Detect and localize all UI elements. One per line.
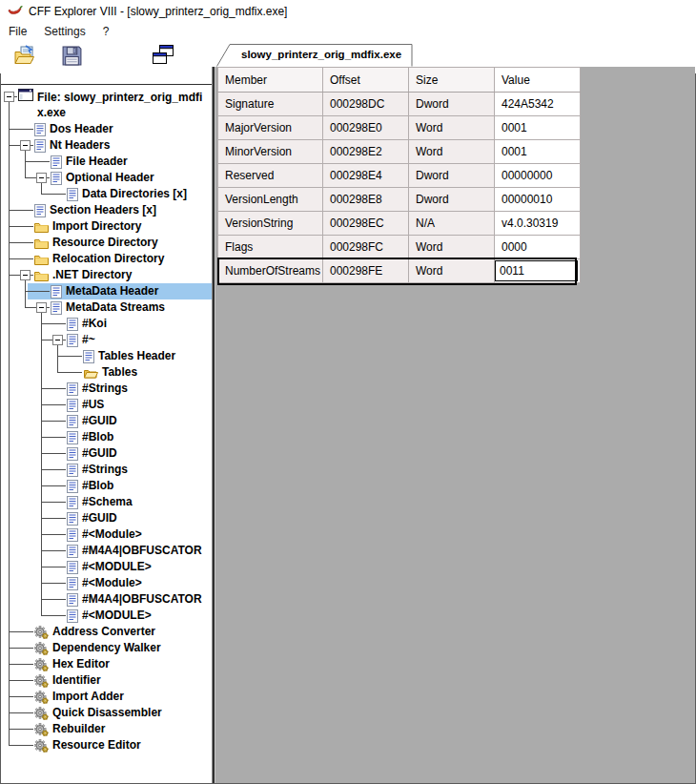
tree-item-section-headers-x[interactable]: Section Headers [x]: [1, 202, 212, 218]
tree-connector: [1, 608, 17, 624]
tree-item-m4a4-obfuscator[interactable]: #M4A4|OBFUSCATOR: [1, 543, 212, 559]
doc-icon: [51, 172, 62, 185]
tree-item-m4a4-obfuscator[interactable]: #M4A4|OBFUSCATOR: [1, 591, 212, 608]
tree-item-blob[interactable]: #Blob: [1, 429, 212, 445]
tree-item-label: .NET Directory: [49, 267, 132, 283]
tree-connector: [50, 608, 66, 624]
tree-connector: [50, 543, 66, 559]
tree-item-data-directories-x[interactable]: Data Directories [x]: [1, 186, 212, 202]
tree-connector: [17, 526, 33, 543]
menu-help[interactable]: ?: [94, 23, 118, 40]
tree-connector: [33, 575, 50, 591]
tree-item-[interactable]: #~: [1, 332, 212, 348]
tree-item-module[interactable]: #<Module>: [1, 575, 212, 591]
tree-item-tables-header[interactable]: Tables Header: [1, 348, 212, 364]
tree-connector: [1, 218, 17, 235]
app-window: CFF Explorer VIII - [slowy_printerz_orig…: [0, 0, 696, 784]
tree-collapse-toggle[interactable]: [1, 89, 17, 121]
doc-icon: [83, 350, 94, 363]
tree-connector: [50, 462, 66, 478]
tree-item-rebuilder[interactable]: Rebuilder: [1, 721, 212, 737]
value-edit-field[interactable]: 0011: [495, 260, 578, 281]
tree-item-guid[interactable]: #GUID: [1, 445, 212, 462]
tree-item-module[interactable]: #<MODULE>: [1, 608, 212, 624]
tree-item-koi[interactable]: #Koi: [1, 316, 212, 332]
tree-item-nt-headers[interactable]: Nt Headers: [1, 137, 212, 154]
doc-icon: [34, 204, 46, 217]
menu-settings[interactable]: Settings: [35, 23, 93, 40]
tree-item-label: Resource Directory: [49, 235, 158, 251]
tree-item-address-converter[interactable]: Address Converter: [1, 624, 212, 640]
tree-item-optional-header[interactable]: Optional Header: [1, 170, 212, 186]
tree-item-schema[interactable]: #Schema: [1, 494, 212, 510]
table-row-majorversion[interactable]: MajorVersion000298E0Word0001: [218, 116, 581, 140]
table-row-reserved[interactable]: Reserved000298E4Dword00000000: [218, 164, 581, 188]
tree-item-dos-header[interactable]: Dos Header: [1, 121, 212, 137]
tree-item-metadata-header[interactable]: MetaData Header: [1, 283, 212, 299]
tree-item-relocation-directory[interactable]: Relocation Directory: [1, 251, 212, 267]
cell-member: VersionString: [218, 212, 323, 236]
open-file-button[interactable]: [11, 44, 40, 71]
tree-item-label: Section Headers [x]: [46, 202, 156, 218]
column-header-member[interactable]: Member: [218, 68, 323, 93]
tree-connector: [1, 429, 17, 445]
tree-connector: [17, 672, 33, 689]
tree-item-module[interactable]: #<MODULE>: [1, 559, 212, 575]
tree-item-blob[interactable]: #Blob: [1, 478, 212, 494]
tree-item-label: #Schema: [78, 494, 133, 510]
cell-member: NumberOfStreams: [218, 259, 323, 283]
tree-item-metadata-streams[interactable]: MetaData Streams: [1, 299, 212, 316]
table-row-versionstring[interactable]: VersionString000298ECN/Av4.0.30319: [218, 212, 581, 236]
column-header-size[interactable]: Size: [409, 68, 495, 93]
doc-icon: [67, 188, 78, 201]
tree-item-file-header[interactable]: File Header: [1, 154, 212, 170]
tree-collapse-toggle[interactable]: [33, 299, 50, 316]
cell-value: 00000000: [495, 164, 581, 188]
menu-file[interactable]: File: [0, 23, 35, 40]
windows-button[interactable]: [149, 44, 177, 71]
tree-item-import-directory[interactable]: Import Directory: [1, 218, 212, 235]
tree-item-guid[interactable]: #GUID: [1, 413, 212, 429]
tree-collapse-toggle[interactable]: [33, 170, 50, 186]
column-header-value[interactable]: Value: [495, 68, 581, 93]
tree-item-module[interactable]: #<Module>: [1, 526, 212, 543]
tree-item-strings[interactable]: #Strings: [1, 381, 212, 397]
tree-collapse-toggle[interactable]: [50, 332, 66, 348]
tree-item-quick-disassembler[interactable]: Quick Disassembler: [1, 705, 212, 721]
tree-item-dependency-walker[interactable]: Dependency Walker: [1, 640, 212, 656]
tree-item-label: #Koi: [78, 316, 107, 332]
tree-item-tables[interactable]: Tables: [1, 364, 212, 381]
tree-collapse-toggle[interactable]: [17, 137, 33, 154]
file-tab[interactable]: slowy_printerz_orig_mdfix.exe: [216, 44, 413, 67]
tree-connector: [17, 251, 33, 267]
tree-item-import-adder[interactable]: Import Adder: [1, 689, 212, 705]
tree-item-identifier[interactable]: Identifier: [1, 672, 212, 689]
tree-item-hex-editor[interactable]: Hex Editor: [1, 656, 212, 672]
doc-icon: [67, 561, 78, 574]
tree-item-resource-directory[interactable]: Resource Directory: [1, 235, 212, 251]
table-row-numberofstreams[interactable]: NumberOfStreams000298FEWord0011: [218, 259, 581, 283]
tree-connector: [50, 429, 66, 445]
tree-item-net-directory[interactable]: .NET Directory: [1, 267, 212, 283]
tree-connector: [17, 510, 33, 526]
table-row-minorversion[interactable]: MinorVersion000298E2Word0001: [218, 140, 581, 164]
tree-item-us[interactable]: #US: [1, 397, 212, 413]
table-row-versionlength[interactable]: VersionLength000298E8Dword00000010: [218, 188, 581, 212]
tree-connector: [1, 364, 17, 381]
cell-member: VersionLength: [218, 188, 323, 212]
doc-icon: [67, 318, 78, 331]
save-file-button[interactable]: [57, 44, 86, 71]
tree-item-guid[interactable]: #GUID: [1, 510, 212, 526]
tree-item-label: Relocation Directory: [49, 251, 164, 267]
tree-item-resource-editor[interactable]: Resource Editor: [1, 737, 212, 753]
cell-value[interactable]: 0011: [495, 259, 581, 283]
table-row-signature[interactable]: Signature000298DCDword424A5342: [218, 93, 581, 116]
tree-item-strings[interactable]: #Strings: [1, 462, 212, 478]
column-header-offset[interactable]: Offset: [323, 68, 409, 93]
open-folder-icon: [13, 44, 39, 71]
tree-item-file-slowy-printerz-orig-mdfix-exe[interactable]: File: slowy_printerz_orig_mdfix.exe: [1, 89, 212, 121]
tree-collapse-toggle[interactable]: [17, 267, 33, 283]
panel-divider[interactable]: [212, 67, 215, 783]
table-row-flags[interactable]: Flags000298FCWord0000: [218, 236, 581, 259]
tree-item-label: File Header: [62, 154, 128, 170]
